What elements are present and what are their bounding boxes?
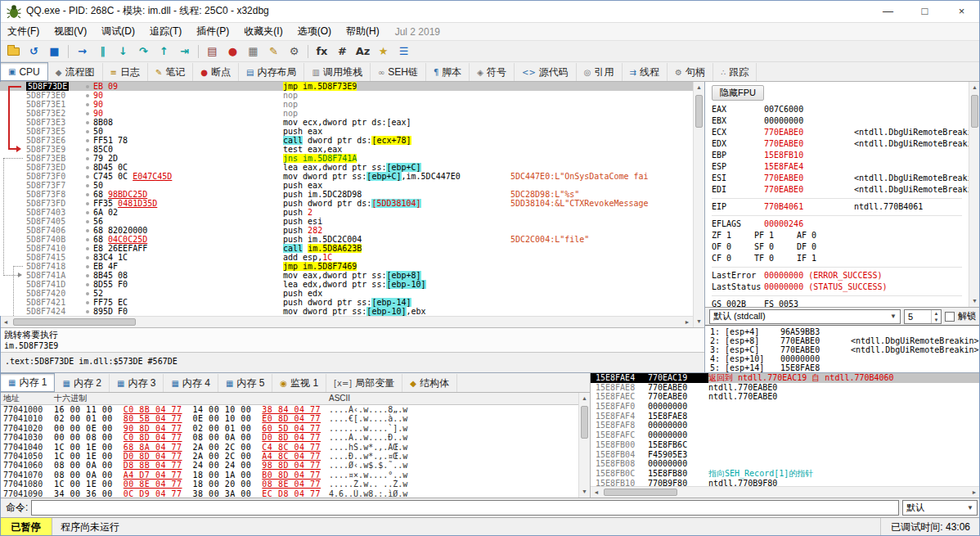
breakpoint-dot[interactable] — [86, 193, 89, 196]
disasm-row[interactable]: 5D8F740556push esi — [0, 217, 693, 226]
breakpoint-dot[interactable] — [86, 238, 89, 241]
stack-row[interactable]: 15E8FAEC770EABE0ntdll.770EABE0 — [591, 392, 980, 402]
arg-row[interactable]: 1: [esp+4]96A59BB3 — [710, 327, 980, 336]
stepper-down-icon[interactable]: ▼ — [932, 317, 941, 323]
breakpoint-dot[interactable] — [86, 184, 89, 187]
disasm-row[interactable]: 5D8F74036A 02push 2 — [0, 208, 693, 217]
breakpoint-dot[interactable] — [86, 166, 89, 169]
arg-row[interactable]: 2: [esp+8]770EABE0<ntdll.DbgUiRemoteBrea… — [710, 336, 980, 345]
disasm-row[interactable]: 5D8F741D8D55 F0lea edx,dword ptr ss:[ebp… — [0, 280, 693, 289]
restart-icon[interactable]: ↺ — [24, 43, 44, 61]
breakpoint-dot[interactable] — [86, 283, 89, 286]
scroll-right-icon[interactable]: ► — [969, 487, 980, 498]
tab-memory-map[interactable]: ▤内存布局 — [239, 63, 304, 81]
disasm-horizontal-scrollbar[interactable]: ◄ ► — [0, 316, 693, 327]
command-mode-select[interactable]: 默认 ▼ — [902, 500, 978, 516]
breakpoint-dot[interactable] — [86, 229, 89, 232]
menu-item[interactable]: 调试(D) — [94, 23, 142, 40]
stack-row[interactable]: 15E8FAF000000000 — [591, 402, 980, 412]
tab-graph[interactable]: ◆流程图 — [48, 63, 103, 81]
breakpoint-dot[interactable] — [86, 220, 89, 223]
scroll-track[interactable] — [969, 93, 980, 295]
stack-row[interactable]: 15E8FAE4770EAC19返回到 ntdll.770EAC19 自 ntd… — [591, 373, 980, 383]
register-row-eflags[interactable]: EFLAGS00000246 — [712, 218, 969, 230]
disasm-row[interactable]: 5D8F73DEEB 09jmp im.5D8F73E9 — [0, 82, 693, 91]
run-to-cursor-icon[interactable]: ⇥ — [174, 43, 195, 61]
breakpoint-dot[interactable] — [86, 103, 89, 106]
memory-map-icon[interactable]: ▦ — [243, 43, 263, 61]
dump-row[interactable]: 7704106008 00 0A 00 D8 8B 04 77 24 00 24… — [0, 461, 578, 470]
tab-dump-4[interactable]: ▦内存 4 — [164, 374, 218, 392]
breakpoint-dot[interactable] — [86, 148, 89, 151]
tab-locals[interactable]: [x=]局部变量 — [326, 374, 402, 392]
dump-row[interactable]: 770410401C 00 1E 00 68 8A 04 77 2A 00 2C… — [0, 443, 578, 452]
dump-row[interactable]: 7704102000 00 0E 00 90 8D 04 77 02 00 01… — [0, 424, 578, 433]
breakpoint-dot[interactable] — [86, 157, 89, 160]
breakpoint-dot[interactable] — [86, 175, 89, 178]
scroll-down-icon[interactable]: ▼ — [694, 316, 705, 327]
arg-row[interactable]: 3: [esp+C]770EABE0<ntdll.DbgUiRemoteBrea… — [710, 345, 980, 354]
dump-row[interactable]: 7704109034 00 36 00 0C D9 04 77 38 00 3A… — [0, 489, 578, 498]
menu-item[interactable]: 视图(V) — [47, 23, 94, 40]
scroll-up-icon[interactable]: ▲ — [969, 82, 980, 93]
patch-icon[interactable]: ✎ — [263, 43, 284, 61]
tab-dump-3[interactable]: ▦内存 3 — [110, 374, 164, 392]
stack-row[interactable]: 15E8FB0015E8FB6C — [591, 440, 980, 450]
tab-seh[interactable]: ∞SEH链 — [371, 63, 426, 81]
dump-row[interactable]: 770410501C 00 1E 00 D0 8D 04 77 2A 00 2C… — [0, 452, 578, 461]
breakpoint-dot[interactable] — [86, 130, 89, 133]
scroll-thumb[interactable] — [604, 489, 677, 496]
stack-row[interactable]: 15E8FAF415E8FAE8 — [591, 412, 980, 421]
stack-rows[interactable]: 15E8FAE4770EAC19返回到 ntdll.770EAC19 自 ntd… — [591, 373, 980, 486]
stack-row[interactable]: 15E8FB0C15E8FB80指向SEH_Record[1]的指针 — [591, 469, 980, 479]
stack-row[interactable]: 15E8FB10770B9F80ntdll.770B9F80 — [591, 479, 980, 486]
dump-row[interactable]: 7704103000 00 08 00 C0 8D 04 77 08 00 0A… — [0, 433, 578, 442]
disasm-row[interactable]: 5D8F73EB79 2Djns im.5D8F741A — [0, 154, 693, 163]
menu-item[interactable]: 追踪(T) — [142, 23, 189, 40]
function-icon[interactable]: fx — [312, 43, 332, 61]
command-input[interactable] — [31, 500, 899, 516]
scroll-thumb[interactable] — [581, 406, 588, 439]
register-row[interactable]: EBX00000000 — [712, 115, 969, 127]
scroll-right-icon[interactable]: ► — [681, 317, 693, 328]
stack-row[interactable]: 15E8FB0800000000 — [591, 459, 980, 469]
tab-trace[interactable]: ∴跟踪 — [713, 63, 757, 81]
disasm-row[interactable]: 5D8F73E090nop — [0, 91, 693, 100]
disasm-row[interactable]: 5D8F7421FF75 ECpush dword ptr ss:[ebp-14… — [0, 298, 693, 307]
tab-call-stack[interactable]: ▥调用堆栈 — [304, 63, 370, 81]
register-row[interactable]: EAX007C6000 — [712, 104, 969, 115]
disasm-row[interactable]: 5D8F741A8B45 08mov eax,dword ptr ss:[ebp… — [0, 271, 693, 280]
step-over-icon[interactable]: ↷ — [133, 43, 154, 61]
open-file-icon[interactable] — [3, 43, 24, 61]
scroll-down-icon[interactable]: ▼ — [969, 295, 980, 307]
tab-cpu[interactable]: ▣CPU — [0, 62, 48, 81]
disasm-row[interactable]: 5D8F7424895D F0mov dword ptr ss:[ebp-10]… — [0, 307, 693, 316]
stack-row[interactable]: 15E8FAE8770EABE0ntdll.770EABE0 — [591, 383, 980, 393]
font-icon[interactable]: Az — [353, 43, 373, 61]
disasm-row[interactable]: 5D8F73E550push eax — [0, 127, 693, 136]
tab-handles[interactable]: ⚙句柄 — [668, 63, 713, 81]
tab-dump-2[interactable]: ▦内存 2 — [55, 374, 109, 392]
tab-log[interactable]: ≡日志 — [103, 63, 148, 81]
disassembly-view[interactable]: 5D8F73DEEB 09jmp im.5D8F73E95D8F73E090no… — [0, 82, 693, 316]
register-row[interactable]: EDI770EABE0<ntdll.DbgUiRemoteBreakin> — [712, 184, 969, 196]
pause-icon[interactable]: ‖ — [92, 43, 113, 61]
arg-count-stepper[interactable]: 5 ▲▼ — [904, 309, 942, 324]
breakpoint-dot[interactable] — [86, 85, 89, 88]
breakpoint-dot[interactable] — [86, 301, 89, 304]
dump-rows[interactable]: 7704100016 00 11 00 C0 8B 04 77 14 00 10… — [0, 405, 578, 498]
maximize-icon[interactable]: □ — [906, 0, 943, 22]
registers-scrollbar[interactable]: ▲ ▼ — [969, 82, 980, 307]
scroll-left-icon[interactable]: ◄ — [0, 317, 11, 328]
disasm-row[interactable]: 5D8F73E190nop — [0, 100, 693, 109]
breakpoint-dot[interactable] — [86, 256, 89, 259]
breakpoint-dot[interactable] — [86, 211, 89, 214]
scroll-track[interactable] — [11, 317, 681, 327]
register-row[interactable]: ECX770EABE0<ntdll.DbgUiRemoteBreakin> — [712, 127, 969, 138]
menu-item[interactable]: 插件(P) — [189, 23, 236, 40]
arg-row[interactable]: 4: [esp+10]00000000 — [710, 354, 980, 363]
disasm-row[interactable]: 5D8F73ED8D45 0Clea eax,dword ptr ss:[ebp… — [0, 163, 693, 172]
tab-watch-1[interactable]: ◉监视 1 — [272, 374, 326, 392]
disasm-row[interactable]: 5D8F73E38B08mov ecx,dword ptr ds:[eax] — [0, 118, 693, 127]
scroll-up-icon[interactable]: ▲ — [694, 82, 705, 93]
